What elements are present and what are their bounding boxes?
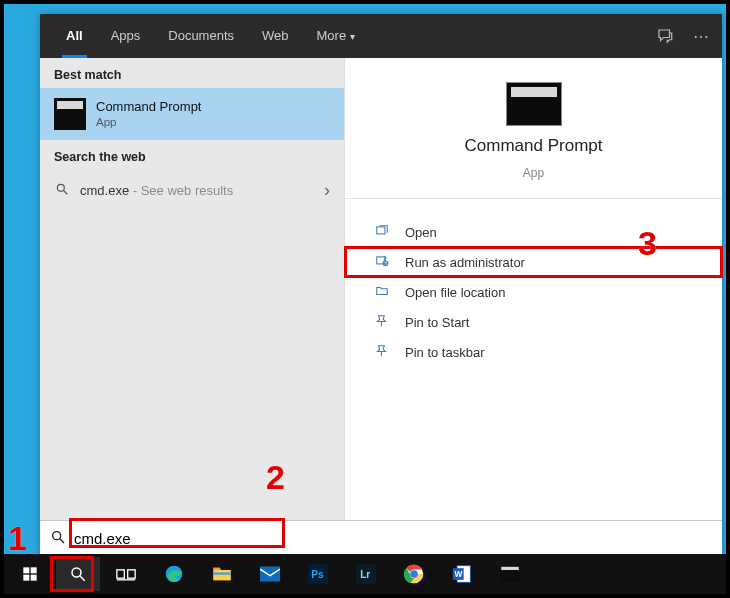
preview-app-name: Command Prompt	[465, 136, 603, 156]
best-match-sub: App	[96, 115, 201, 129]
taskbar-search-button[interactable]	[56, 557, 100, 591]
preview-app-type: App	[523, 166, 544, 180]
taskbar-word[interactable]: W	[440, 557, 484, 591]
preview-column: Command Prompt App Open Run as ad	[345, 58, 722, 520]
svg-rect-20	[213, 572, 231, 574]
svg-line-14	[80, 576, 85, 581]
admin-icon	[373, 254, 391, 271]
taskbar-mail[interactable]	[248, 557, 292, 591]
annotation-1: 1	[8, 519, 27, 558]
windows-search-panel: All Apps Documents Web More▾ ⋯ Best matc…	[40, 14, 722, 556]
taskbar-cmd[interactable]	[488, 557, 532, 591]
svg-rect-12	[31, 575, 37, 581]
web-term: cmd.exe	[80, 183, 129, 198]
action-open-location[interactable]: Open file location	[345, 277, 722, 307]
best-match-title: Command Prompt	[96, 99, 201, 115]
svg-rect-2	[377, 226, 385, 233]
svg-line-1	[64, 190, 68, 194]
action-pin-start-label: Pin to Start	[405, 315, 469, 330]
svg-point-13	[72, 568, 81, 577]
svg-point-7	[53, 532, 61, 540]
action-run-as-admin[interactable]: Run as administrator	[345, 247, 722, 277]
search-web-header: Search the web	[40, 140, 344, 170]
search-input[interactable]	[74, 530, 712, 547]
task-view-button[interactable]	[104, 557, 148, 591]
svg-point-0	[57, 184, 64, 191]
caret-down-icon: ▾	[350, 31, 355, 42]
search-input-row	[40, 520, 722, 556]
tab-apps[interactable]: Apps	[97, 14, 155, 58]
svg-rect-9	[23, 567, 29, 573]
web-suffix: - See web results	[129, 183, 233, 198]
action-pin-taskbar[interactable]: Pin to taskbar	[345, 337, 722, 367]
svg-rect-15	[117, 570, 125, 578]
svg-rect-33	[501, 567, 519, 570]
tab-more[interactable]: More▾	[303, 14, 370, 58]
search-icon	[54, 182, 70, 199]
svg-rect-11	[23, 575, 29, 581]
annotation-3: 3	[638, 224, 657, 263]
action-open-location-label: Open file location	[405, 285, 505, 300]
tab-documents[interactable]: Documents	[154, 14, 248, 58]
taskbar-photoshop[interactable]: Ps	[296, 557, 340, 591]
pin-icon	[373, 314, 391, 331]
start-button[interactable]	[8, 557, 52, 591]
cmd-icon-large	[506, 82, 562, 126]
svg-line-8	[60, 539, 64, 543]
annotation-2: 2	[266, 458, 285, 497]
taskbar: Ps Lr W	[4, 554, 726, 594]
best-match-header: Best match	[40, 58, 344, 88]
taskbar-chrome[interactable]	[392, 557, 436, 591]
feedback-icon[interactable]	[656, 27, 674, 45]
action-pin-taskbar-label: Pin to taskbar	[405, 345, 485, 360]
more-icon[interactable]: ⋯	[692, 27, 710, 45]
svg-rect-10	[31, 567, 37, 573]
results-column: Best match Command Prompt App Search the…	[40, 58, 345, 520]
svg-rect-21	[260, 567, 280, 582]
taskbar-lightroom[interactable]: Lr	[344, 557, 388, 591]
cmd-icon	[54, 98, 86, 130]
taskbar-explorer[interactable]	[200, 557, 244, 591]
search-header: All Apps Documents Web More▾ ⋯	[40, 14, 722, 58]
search-icon	[50, 529, 66, 548]
action-list: Open Run as administrator Open file loca…	[345, 199, 722, 367]
action-pin-start[interactable]: Pin to Start	[345, 307, 722, 337]
svg-rect-16	[128, 570, 136, 578]
pin-icon	[373, 344, 391, 361]
action-open[interactable]: Open	[345, 217, 722, 247]
svg-text:Ps: Ps	[311, 569, 324, 580]
tab-web[interactable]: Web	[248, 14, 303, 58]
action-run-as-admin-label: Run as administrator	[405, 255, 525, 270]
best-match-result[interactable]: Command Prompt App	[40, 88, 344, 140]
svg-text:W: W	[455, 569, 463, 579]
action-open-label: Open	[405, 225, 437, 240]
taskbar-edge[interactable]	[152, 557, 196, 591]
folder-icon	[373, 284, 391, 301]
chevron-right-icon: ›	[324, 180, 330, 201]
web-result-row[interactable]: cmd.exe - See web results ›	[40, 170, 344, 210]
svg-rect-19	[213, 570, 231, 580]
tab-all[interactable]: All	[52, 14, 97, 58]
svg-text:Lr: Lr	[360, 569, 370, 580]
open-icon	[373, 224, 391, 241]
